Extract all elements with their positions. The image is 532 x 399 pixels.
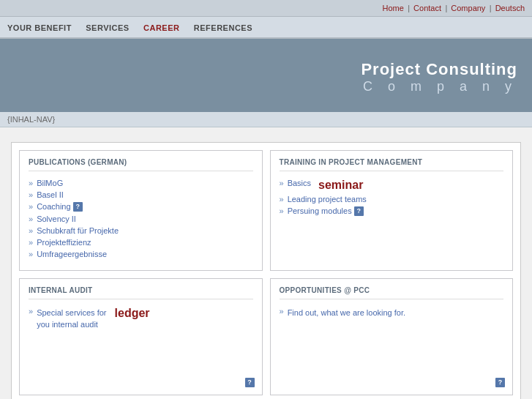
nav-services[interactable]: SERVICES bbox=[86, 23, 129, 32]
site-header: Project Consulting C o m p a n y bbox=[0, 39, 532, 112]
list-item: Solvency II bbox=[29, 213, 253, 225]
sep1: | bbox=[408, 4, 412, 12]
home-link[interactable]: Home bbox=[383, 4, 404, 12]
list-item: Basel II bbox=[29, 189, 253, 201]
opp-text: Find out, what we are looking for. bbox=[288, 308, 405, 317]
card-audit-title: Internal Audit bbox=[29, 286, 253, 299]
card-opp-title: Opportunities @ PCC bbox=[280, 286, 504, 299]
list-item: Umfrageergebnisse bbox=[29, 248, 253, 260]
inhal-nav-bar: {INHAL-NAV} bbox=[0, 112, 532, 127]
card-training: Training in Project Management Basics se… bbox=[270, 150, 514, 271]
seminar-badge: seminar bbox=[318, 179, 363, 192]
list-item: Leading project teams bbox=[280, 193, 504, 205]
basics-link[interactable]: Basics bbox=[288, 179, 311, 187]
bilmog-link[interactable]: BilMoG bbox=[37, 179, 63, 187]
nav-bar: YOUR BENEFIT SERVICES CAREER REFERENCES bbox=[0, 17, 532, 39]
list-item: BilMoG bbox=[29, 177, 253, 189]
leading-link[interactable]: Leading project teams bbox=[288, 195, 367, 204]
persuing-link[interactable]: Persuing modules bbox=[288, 206, 352, 215]
list-item: Special services for ledger you internal… bbox=[29, 305, 253, 330]
list-item: Find out, what we are looking for. bbox=[280, 305, 504, 321]
nav-career[interactable]: CAREER bbox=[143, 23, 179, 32]
schubkraft-link[interactable]: Schubkraft für Projekte bbox=[37, 226, 119, 235]
basel2-link[interactable]: Basel II bbox=[37, 190, 64, 199]
projekteffizienz-link[interactable]: Projekteffizienz bbox=[37, 238, 91, 247]
inhal-nav-label: {INHAL-NAV} bbox=[7, 115, 55, 124]
umfrage-link[interactable]: Umfrageergebnisse bbox=[37, 250, 107, 258]
nav-your-benefit[interactable]: YOUR BENEFIT bbox=[7, 23, 72, 32]
main-content: Publications (german) BilMoG Basel II Co… bbox=[0, 127, 532, 399]
sep3: | bbox=[490, 4, 494, 12]
card-publications-title: Publications (german) bbox=[29, 158, 253, 171]
card-opportunities: Opportunities @ PCC Find out, what we ar… bbox=[270, 278, 514, 395]
publications-list: BilMoG Basel II Coaching ? Solvency II bbox=[29, 177, 253, 260]
card-publications: Publications (german) BilMoG Basel II Co… bbox=[19, 150, 263, 271]
list-item: Persuing modules ? bbox=[280, 205, 504, 217]
list-item: Coaching ? bbox=[29, 201, 253, 213]
company-link[interactable]: Company bbox=[451, 4, 485, 12]
cards-grid: Publications (german) BilMoG Basel II Co… bbox=[19, 150, 513, 395]
contact-link[interactable]: Contact bbox=[413, 4, 441, 12]
opp-link[interactable]: Find out, what we are looking for. bbox=[288, 307, 405, 319]
list-item: Schubkraft für Projekte bbox=[29, 225, 253, 236]
help-icon-training[interactable]: ? bbox=[354, 206, 364, 216]
company-line1: Project Consulting bbox=[361, 60, 517, 79]
solvency-link[interactable]: Solvency II bbox=[37, 215, 76, 223]
help-icon-opp[interactable]: ? bbox=[495, 378, 505, 387]
audit-line2: you internal audit bbox=[37, 320, 98, 329]
audit-list: Special services for ledger you internal… bbox=[29, 305, 253, 330]
company-name: Project Consulting C o m p a n y bbox=[361, 60, 517, 94]
opp-list: Find out, what we are looking for. bbox=[280, 305, 504, 321]
cards-outer: Publications (german) BilMoG Basel II Co… bbox=[11, 142, 521, 399]
audit-line1: Special services for bbox=[37, 308, 106, 317]
help-icon-audit[interactable]: ? bbox=[245, 378, 255, 387]
top-bar: Home | Contact | Company | Deutsch bbox=[0, 0, 532, 17]
help-icon-coaching[interactable]: ? bbox=[73, 202, 83, 212]
coaching-link[interactable]: Coaching bbox=[37, 202, 70, 211]
card-internal-audit: Internal Audit Special services for ledg… bbox=[19, 278, 263, 395]
company-line2: C o m p a n y bbox=[361, 79, 517, 94]
nav-references[interactable]: REFERENCES bbox=[194, 23, 252, 32]
audit-text: Special services for ledger you internal… bbox=[37, 307, 149, 329]
list-item: Basics seminar bbox=[280, 177, 504, 193]
audit-link[interactable]: Special services for ledger you internal… bbox=[37, 308, 149, 329]
sep2: | bbox=[445, 4, 449, 12]
card-training-title: Training in Project Management bbox=[280, 158, 504, 171]
deutsch-link[interactable]: Deutsch bbox=[495, 4, 525, 12]
ledger-badge: ledger bbox=[115, 307, 150, 320]
training-list: Basics seminar Leading project teams Per… bbox=[280, 177, 504, 217]
list-item: Projekteffizienz bbox=[29, 236, 253, 248]
